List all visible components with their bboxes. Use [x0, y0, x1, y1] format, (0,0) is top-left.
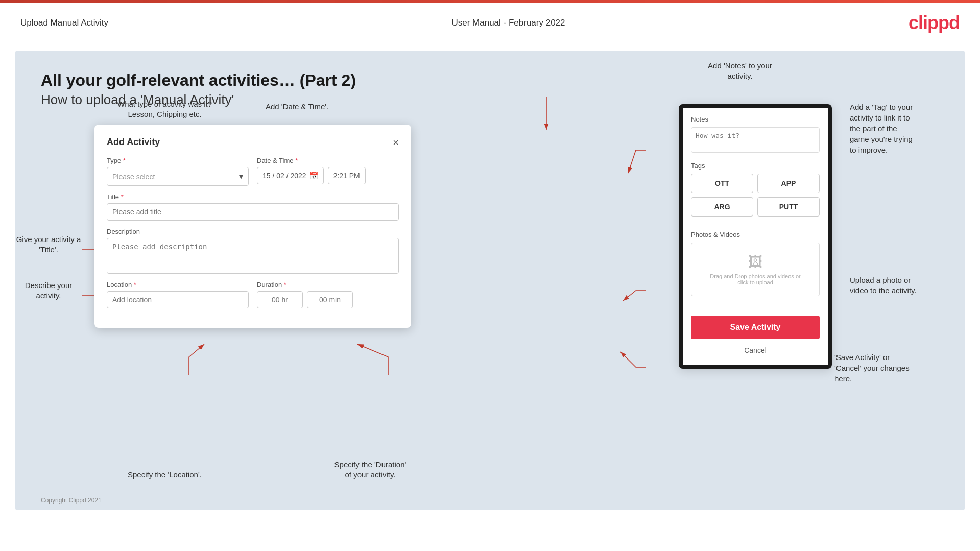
type-datetime-row: Type * Please select ▾ Date & Time * 15 …: [107, 157, 399, 186]
main-content: All your golf-relevant activities… (Part…: [15, 51, 965, 510]
description-group: Description: [107, 228, 399, 274]
logo: clippd: [909, 12, 960, 34]
duration-group: Duration *: [257, 281, 399, 308]
location-label: Location *: [107, 281, 249, 289]
header: Upload Manual Activity User Manual - Feb…: [0, 3, 980, 40]
notes-label: Notes: [691, 115, 820, 123]
duration-minutes-input[interactable]: [307, 291, 353, 308]
phone-panel: Notes Tags OTT APP ARG PUTT Photos & Vid…: [679, 104, 832, 369]
location-group: Location *: [107, 281, 249, 308]
datetime-inputs: 15 / 02 / 2022 📅 2:21 PM: [257, 167, 399, 184]
description-label: Description: [107, 228, 399, 235]
annotation-save: 'Save Activity' or 'Cancel' your changes…: [834, 352, 957, 384]
annotation-datetime: Add 'Date & Time'.: [266, 102, 328, 112]
chevron-down-icon: ▾: [239, 172, 243, 181]
duration-inputs: [257, 291, 399, 308]
duration-label: Duration *: [257, 281, 399, 289]
tags-section: Tags OTT APP ARG PUTT: [683, 162, 828, 224]
calendar-icon: 📅: [309, 172, 318, 180]
duration-hours-input[interactable]: [257, 291, 303, 308]
date-value: 15 / 02 / 2022: [262, 172, 306, 180]
header-center-label: User Manual - February 2022: [451, 18, 565, 28]
photo-icon: 🖼: [697, 253, 814, 270]
type-placeholder: Please select: [112, 173, 155, 181]
annotation-description: Describe your activity.: [15, 280, 82, 300]
title-input[interactable]: [107, 203, 399, 221]
header-left-label: Upload Manual Activity: [20, 18, 108, 28]
dialog-title: Add Activity: [107, 137, 160, 148]
photo-upload-area[interactable]: 🖼 Drag and Drop photos and videos or cli…: [691, 243, 820, 296]
time-input[interactable]: 2:21 PM: [328, 167, 366, 184]
annotation-title: Give your activity a 'Title'.: [15, 234, 82, 254]
datetime-label: Date & Time *: [257, 157, 399, 164]
annotation-tag: Add a 'Tag' to your activity to link it …: [850, 102, 957, 155]
location-duration-row: Location * Duration *: [107, 281, 399, 308]
add-activity-dialog: Add Activity × Type * Please select ▾ Da…: [94, 125, 411, 328]
page-title: All your golf-relevant activities… (Part…: [41, 71, 939, 90]
location-input[interactable]: [107, 291, 249, 308]
notes-section: Notes: [683, 108, 828, 162]
title-label: Title *: [107, 193, 399, 201]
photos-label: Photos & Videos: [691, 231, 820, 238]
description-input[interactable]: [107, 238, 399, 274]
photo-upload-text: Drag and Drop photos and videos or click…: [697, 273, 814, 285]
tag-ott[interactable]: OTT: [691, 174, 753, 193]
tag-app[interactable]: APP: [757, 174, 820, 193]
annotation-notes: Add 'Notes' to your activity.: [694, 61, 786, 81]
tags-label: Tags: [691, 162, 820, 170]
tags-grid: OTT APP ARG PUTT: [691, 174, 820, 217]
type-group: Type * Please select ▾: [107, 157, 249, 186]
dialog-header: Add Activity ×: [107, 137, 399, 148]
cancel-button[interactable]: Cancel: [741, 343, 770, 357]
title-group: Title *: [107, 193, 399, 221]
photos-section: Photos & Videos 🖼 Drag and Drop photos a…: [683, 224, 828, 303]
save-activity-button[interactable]: Save Activity: [691, 316, 820, 339]
annotation-activity-type: What type of activity was it? Lesson, Ch…: [117, 99, 212, 119]
footer-copyright: Copyright Clippd 2021: [41, 497, 102, 504]
tag-arg[interactable]: ARG: [691, 197, 753, 217]
close-button[interactable]: ×: [393, 137, 399, 148]
datetime-group: Date & Time * 15 / 02 / 2022 📅 2:21 PM: [257, 157, 399, 186]
time-value: 2:21 PM: [333, 172, 360, 180]
type-label: Type *: [107, 157, 249, 164]
date-input[interactable]: 15 / 02 / 2022 📅: [257, 167, 324, 184]
tag-putt[interactable]: PUTT: [757, 197, 820, 217]
type-select[interactable]: Please select ▾: [107, 167, 249, 186]
annotation-upload: Upload a photo or video to the activity.: [850, 275, 957, 295]
action-section: Save Activity Cancel: [683, 303, 828, 365]
annotation-location: Specify the 'Location'.: [128, 470, 202, 480]
annotation-duration: Specify the 'Duration' of your activity.: [319, 460, 421, 480]
notes-input[interactable]: [691, 127, 820, 153]
